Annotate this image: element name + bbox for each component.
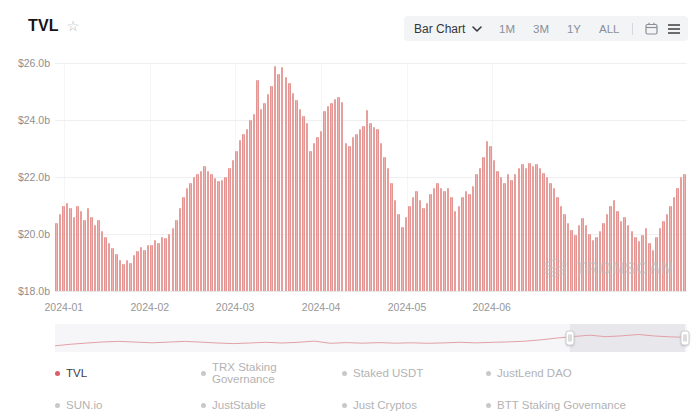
tvl-bar[interactable]	[334, 99, 337, 291]
tvl-bar[interactable]	[638, 241, 641, 291]
tvl-bar[interactable]	[87, 208, 90, 291]
tvl-bar[interactable]	[655, 237, 658, 291]
tvl-bar[interactable]	[217, 181, 220, 291]
tvl-bar[interactable]	[270, 86, 273, 291]
tvl-bar[interactable]	[129, 263, 132, 292]
tvl-bar[interactable]	[426, 203, 429, 291]
tvl-bar[interactable]	[673, 197, 676, 291]
tvl-bar[interactable]	[323, 111, 326, 291]
tvl-bar[interactable]	[390, 183, 393, 291]
tvl-bar[interactable]	[175, 220, 178, 291]
tvl-bar[interactable]	[306, 123, 309, 291]
tvl-bar[interactable]	[94, 225, 97, 291]
tvl-bar[interactable]	[366, 110, 369, 291]
tvl-bar[interactable]	[246, 129, 249, 291]
tvl-bar[interactable]	[458, 206, 461, 292]
tvl-bar[interactable]	[440, 188, 443, 291]
tvl-bar[interactable]	[546, 177, 549, 291]
tvl-bar[interactable]	[542, 173, 545, 291]
tvl-bar[interactable]	[62, 206, 65, 292]
tvl-bar[interactable]	[140, 247, 143, 291]
tvl-bar[interactable]	[570, 230, 573, 291]
tvl-bar[interactable]	[503, 183, 506, 291]
tvl-bar[interactable]	[133, 255, 136, 291]
legend-item-sun-io[interactable]: SUN.io	[55, 399, 201, 411]
tvl-bar[interactable]	[588, 234, 591, 291]
tvl-bar[interactable]	[69, 208, 72, 291]
tvl-bar[interactable]	[472, 186, 475, 291]
tvl-bar[interactable]	[295, 100, 298, 291]
tvl-bar[interactable]	[277, 74, 280, 291]
tvl-bar[interactable]	[669, 206, 672, 292]
tvl-bar[interactable]	[641, 235, 644, 291]
tvl-bar[interactable]	[532, 166, 535, 291]
tvl-bar[interactable]	[567, 223, 570, 291]
tvl-bar[interactable]	[228, 168, 231, 291]
tvl-bar[interactable]	[433, 188, 436, 291]
tvl-bar[interactable]	[627, 225, 630, 291]
tvl-bar[interactable]	[302, 116, 305, 291]
tvl-bar[interactable]	[150, 245, 153, 291]
tvl-bar[interactable]	[518, 168, 521, 291]
tvl-bar[interactable]	[108, 243, 111, 291]
tvl-bar[interactable]	[525, 168, 528, 291]
tvl-bar[interactable]	[609, 206, 612, 292]
tvl-bar[interactable]	[373, 127, 376, 291]
tvl-bar[interactable]	[585, 225, 588, 291]
tvl-bar[interactable]	[380, 143, 383, 291]
tvl-bar[interactable]	[203, 166, 206, 291]
tvl-bar[interactable]	[376, 129, 379, 291]
tvl-bar[interactable]	[200, 171, 203, 291]
tvl-bar[interactable]	[419, 200, 422, 291]
tvl-bar[interactable]	[394, 200, 397, 291]
tvl-bar[interactable]	[613, 200, 616, 291]
tvl-bar[interactable]	[221, 180, 224, 291]
tvl-bar[interactable]	[535, 164, 538, 291]
legend-item-justlend-dao[interactable]: JustLend DAO	[486, 361, 673, 385]
tvl-bar[interactable]	[521, 164, 524, 291]
tvl-bar[interactable]	[345, 143, 348, 291]
tvl-bar[interactable]	[680, 177, 683, 291]
tvl-bar[interactable]	[578, 225, 581, 291]
tvl-bar[interactable]	[652, 250, 655, 291]
tvl-bar[interactable]	[581, 218, 584, 291]
tvl-bar[interactable]	[172, 228, 175, 291]
tvl-bar[interactable]	[196, 174, 199, 291]
tvl-bar[interactable]	[479, 168, 482, 291]
tvl-bar[interactable]	[465, 191, 468, 291]
tvl-bar[interactable]	[80, 211, 83, 291]
calendar-icon[interactable]	[645, 22, 658, 35]
tvl-bar[interactable]	[193, 177, 196, 291]
tvl-bar[interactable]	[281, 67, 284, 291]
tvl-bar[interactable]	[606, 214, 609, 291]
tvl-bar[interactable]	[253, 114, 256, 291]
tvl-bar[interactable]	[235, 151, 238, 291]
tvl-bar[interactable]	[556, 197, 559, 291]
tvl-bar[interactable]	[468, 194, 471, 291]
favorite-star-icon[interactable]: ☆	[67, 19, 80, 33]
tvl-bar[interactable]	[66, 203, 69, 291]
tvl-bar[interactable]	[154, 240, 157, 291]
tvl-bar[interactable]	[634, 237, 637, 291]
tvl-bar[interactable]	[539, 168, 542, 291]
tvl-bar[interactable]	[475, 174, 478, 291]
tvl-bar[interactable]	[436, 183, 439, 291]
tvl-bar[interactable]	[161, 237, 164, 291]
tvl-bar[interactable]	[316, 137, 319, 291]
tvl-bar[interactable]	[482, 157, 485, 291]
tvl-bar[interactable]	[157, 243, 160, 291]
tvl-bar[interactable]	[207, 171, 210, 291]
tvl-bar[interactable]	[119, 260, 122, 291]
tvl-bar[interactable]	[274, 66, 277, 291]
tvl-bar[interactable]	[182, 197, 185, 291]
tvl-bar[interactable]	[405, 217, 408, 291]
tvl-bar[interactable]	[549, 183, 552, 291]
tvl-bar[interactable]	[553, 188, 556, 291]
tvl-bar[interactable]	[320, 131, 323, 291]
bar-chart-plot-area[interactable]	[55, 63, 687, 291]
tvl-bar[interactable]	[359, 129, 362, 291]
tvl-bar[interactable]	[662, 221, 665, 291]
tvl-bar[interactable]	[337, 97, 340, 291]
datazoom-left-handle[interactable]	[566, 331, 575, 346]
tvl-bar[interactable]	[136, 251, 139, 291]
